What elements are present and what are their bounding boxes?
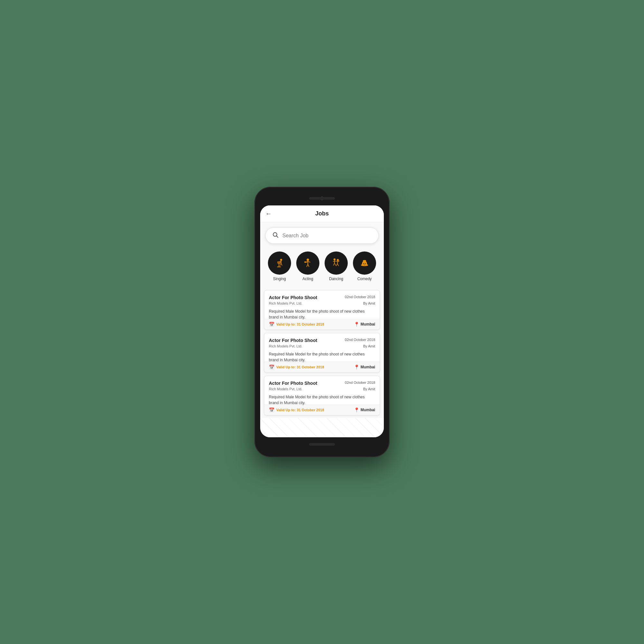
jobs-list: Actor For Photo Shoot 02nd October 2018 … (260, 288, 384, 418)
location-icon: 📍 (354, 407, 359, 412)
svg-point-35 (365, 263, 366, 264)
calendar-icon: 📅 (269, 322, 274, 327)
job-card[interactable]: Actor For Photo Shoot 02nd October 2018 … (264, 290, 380, 330)
category-singing[interactable]: Singing (268, 251, 291, 281)
svg-line-16 (307, 264, 308, 267)
comedy-circle (353, 251, 376, 275)
job-footer: 📅 Valid Up to: 31 October 2018 📍 Mumbai (264, 404, 380, 415)
calendar-icon: 📅 (269, 365, 274, 370)
job-footer: 📅 Valid Up to: 31 October 2018 📍 Mumbai (264, 362, 380, 372)
svg-point-25 (337, 259, 339, 261)
category-label-dancing: Dancing (329, 277, 343, 281)
job-title: Actor For Photo Shoot (269, 338, 317, 343)
svg-line-22 (333, 261, 336, 261)
job-date: 02nd October 2018 (345, 295, 375, 299)
job-description: Required Male Model for the photo shoot … (269, 394, 375, 406)
job-meta-row: Rich Models Pvt. Ltd. By Amit (269, 301, 375, 306)
job-by: By Amit (363, 344, 375, 349)
svg-line-10 (280, 263, 281, 265)
category-label-acting: Acting (302, 277, 313, 281)
phone-top-bar (260, 193, 384, 204)
category-dancing[interactable]: Dancing (325, 251, 348, 281)
svg-rect-3 (277, 267, 281, 267)
app-header: ← Jobs (260, 205, 384, 222)
categories-container: Singing (260, 248, 384, 288)
app-content: ← Jobs (260, 205, 384, 418)
phone-bottom-bar (260, 439, 384, 450)
singing-circle (268, 251, 291, 275)
job-company: Rich Models Pvt. Ltd. (269, 344, 302, 348)
job-card[interactable]: Actor For Photo Shoot 02nd October 2018 … (264, 333, 380, 373)
svg-line-29 (336, 264, 337, 266)
job-date: 02nd October 2018 (345, 338, 375, 342)
svg-point-34 (363, 263, 364, 264)
svg-line-11 (281, 263, 282, 265)
svg-line-27 (336, 261, 338, 261)
search-icon (272, 232, 279, 240)
location-icon: 📍 (354, 322, 359, 327)
job-valid: 📅 Valid Up to: 31 October 2018 (269, 407, 324, 412)
job-description: Required Male Model for the photo shoot … (269, 308, 375, 320)
job-card-header: Actor For Photo Shoot 02nd October 2018 (269, 381, 375, 386)
phone-speaker (309, 197, 335, 200)
category-acting[interactable]: Acting (296, 251, 319, 281)
phone-screen: ← Jobs (260, 205, 384, 437)
search-input[interactable] (282, 233, 372, 239)
svg-line-17 (308, 264, 309, 267)
job-card-header: Actor For Photo Shoot 02nd October 2018 (269, 338, 375, 343)
job-valid: 📅 Valid Up to: 31 October 2018 (269, 365, 324, 370)
job-location: 📍 Mumbai (354, 407, 375, 412)
svg-line-1 (277, 236, 278, 238)
svg-line-30 (337, 264, 339, 266)
search-bar[interactable] (265, 227, 379, 244)
job-title: Actor For Photo Shoot (269, 295, 317, 300)
job-valid: 📅 Valid Up to: 31 October 2018 (269, 322, 324, 327)
job-company: Rich Models Pvt. Ltd. (269, 387, 302, 391)
svg-line-24 (335, 263, 336, 266)
category-label-comedy: Comedy (357, 277, 372, 281)
job-footer: 📅 Valid Up to: 31 October 2018 📍 Mumbai (264, 319, 380, 329)
svg-point-12 (307, 259, 309, 261)
svg-line-15 (308, 261, 310, 262)
phone-device: ← Jobs (254, 187, 390, 457)
acting-circle (296, 251, 319, 275)
location-icon: 📍 (354, 365, 359, 370)
dancing-circle (325, 251, 348, 275)
job-by: By Amit (363, 301, 375, 306)
search-container (260, 222, 384, 248)
job-title: Actor For Photo Shoot (269, 381, 317, 386)
job-meta-row: Rich Models Pvt. Ltd. By Amit (269, 387, 375, 392)
svg-rect-18 (304, 261, 306, 263)
category-label-singing: Singing (273, 277, 286, 281)
job-meta-row: Rich Models Pvt. Ltd. By Amit (269, 344, 375, 349)
job-company: Rich Models Pvt. Ltd. (269, 301, 302, 305)
phone-home-button[interactable] (309, 443, 335, 446)
job-card[interactable]: Actor For Photo Shoot 02nd October 2018 … (264, 376, 380, 415)
svg-rect-2 (279, 263, 279, 267)
app-container: ← Jobs (260, 205, 384, 437)
job-card-header: Actor For Photo Shoot 02nd October 2018 (269, 295, 375, 300)
svg-line-23 (333, 263, 335, 266)
page-title: Jobs (315, 210, 329, 217)
svg-point-20 (334, 258, 336, 260)
back-button[interactable]: ← (265, 210, 272, 217)
job-date: 02nd October 2018 (345, 381, 375, 384)
svg-point-32 (363, 260, 366, 261)
job-by: By Amit (363, 387, 375, 392)
job-location: 📍 Mumbai (354, 322, 375, 327)
svg-point-7 (280, 259, 282, 261)
job-location: 📍 Mumbai (354, 365, 375, 370)
category-comedy[interactable]: Comedy (353, 251, 376, 281)
job-description: Required Male Model for the photo shoot … (269, 351, 375, 363)
calendar-icon: 📅 (269, 407, 274, 412)
svg-point-33 (364, 266, 365, 267)
